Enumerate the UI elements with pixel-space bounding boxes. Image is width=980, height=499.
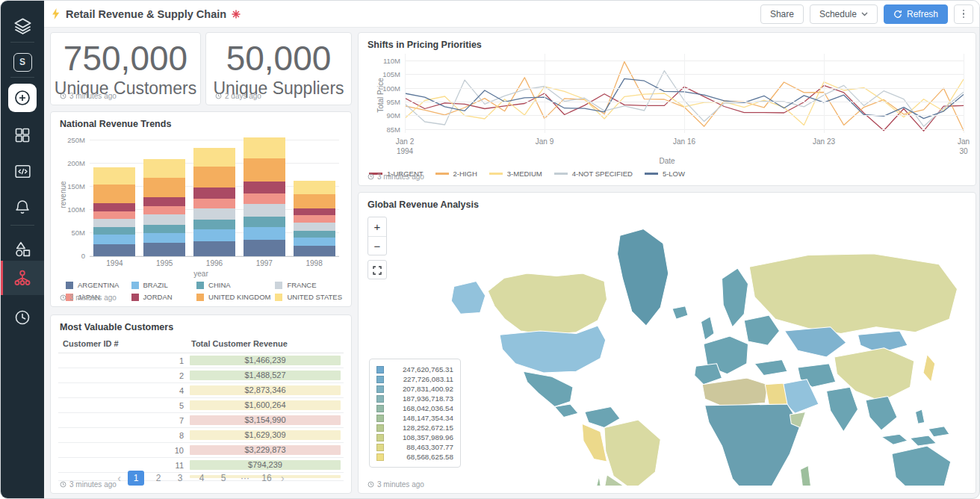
table-row: 10$3,229,873 xyxy=(58,443,344,458)
kpi-card-unique-customers: 750,000 Unique Customers 3 minutes ago xyxy=(50,32,201,105)
bolt-icon xyxy=(52,8,61,19)
more-dots-icon xyxy=(963,10,965,12)
vertical-gridline xyxy=(545,54,545,133)
sidebar-divider xyxy=(10,225,34,226)
cell-total-revenue: $2,873,346 xyxy=(187,383,344,398)
legend-item-france[interactable]: FRANCE xyxy=(275,281,342,289)
cell-customer-id: 5 xyxy=(58,398,187,413)
zoom-out-button[interactable]: − xyxy=(368,236,386,255)
legend-item-2-high[interactable]: 2-HIGH xyxy=(435,170,477,178)
table-row: 4$2,873,346 xyxy=(58,383,344,398)
legend-item-united-kingdom[interactable]: UNITED KINGDOM xyxy=(196,293,270,301)
legend-item-brazil[interactable]: BRAZIL xyxy=(131,281,193,289)
legend-swatch xyxy=(489,173,503,174)
pagination-prev[interactable]: ‹ xyxy=(117,472,121,484)
bar-segment-united-kingdom xyxy=(294,194,335,208)
line-chart-plot: 85M90M95M100M105M110M xyxy=(405,54,964,133)
page-button[interactable]: 1 xyxy=(128,471,144,486)
more-menu-button[interactable] xyxy=(954,4,973,24)
legend-swatch xyxy=(131,282,139,289)
legend-item-5-low[interactable]: 5-LOW xyxy=(645,170,685,178)
page-button[interactable]: 2 xyxy=(151,471,166,486)
cell-customer-id: 1 xyxy=(58,353,187,368)
legend-item-china[interactable]: CHINA xyxy=(196,281,270,289)
last-updated: 2 days ago xyxy=(215,92,261,100)
layers-icon xyxy=(13,16,33,37)
revenue-band: $3,154,990 xyxy=(190,415,341,425)
sidebar-item-layers[interactable] xyxy=(1,11,44,41)
sidebar-item-sql-editor[interactable] xyxy=(1,156,44,186)
legend-swatch xyxy=(196,282,204,289)
page-button[interactable]: 16 xyxy=(259,471,274,486)
vertical-gridline xyxy=(964,54,964,133)
y-tick-label: 100M xyxy=(58,205,85,214)
sidebar-item-create[interactable] xyxy=(1,81,44,114)
map-legend-row: 148,147,354.34 xyxy=(376,413,453,423)
x-tick-label: 1995 xyxy=(140,259,190,267)
bar-segment-argentina xyxy=(294,246,335,256)
sidebar-item-shapes[interactable] xyxy=(1,234,44,264)
last-updated: 3 minutes ago xyxy=(60,92,117,100)
legend-swatch xyxy=(196,294,204,301)
bar-segment-jordan xyxy=(244,182,285,193)
bar-segment-united-states xyxy=(93,167,135,185)
page-button[interactable]: ··· xyxy=(238,471,252,486)
schedule-button[interactable]: Schedule xyxy=(810,4,878,24)
x-tick-label: Jan 9 xyxy=(536,137,553,147)
hierarchy-icon xyxy=(13,268,32,288)
zoom-in-button[interactable]: + xyxy=(368,217,386,236)
bar-segment-france xyxy=(143,214,185,225)
legend-label: CHINA xyxy=(208,281,231,289)
map-legend-swatch xyxy=(376,376,384,383)
legend-swatch xyxy=(131,294,139,301)
y-tick-label: 105M xyxy=(373,70,400,78)
legend-item-argentina[interactable]: ARGENTINA xyxy=(66,281,127,289)
bar-segment-china xyxy=(244,217,285,227)
bar-stack[interactable] xyxy=(244,137,285,256)
column-header-total-revenue: Total Customer Revenue xyxy=(187,336,344,353)
share-button[interactable]: Share xyxy=(760,4,804,24)
bar-segment-united-states xyxy=(294,181,335,194)
bar-stack[interactable] xyxy=(143,159,185,256)
bar-group-1994 xyxy=(90,140,140,256)
map-legend-row: 68,568,625.58 xyxy=(376,452,453,462)
map-legend-row: 88,463,307.77 xyxy=(376,442,453,452)
bar-stack[interactable] xyxy=(193,148,235,256)
map-legend-swatch xyxy=(376,453,384,461)
refresh-button[interactable]: Refresh xyxy=(884,4,948,24)
bar-stack[interactable] xyxy=(93,167,135,256)
sidebar: S xyxy=(1,1,44,498)
y-tick-label: 90M xyxy=(373,111,400,120)
revenue-band: $2,873,346 xyxy=(190,385,341,395)
sidebar-item-dashboards[interactable] xyxy=(1,120,44,150)
bar-segment-brazil xyxy=(143,233,185,243)
bar-stack[interactable] xyxy=(294,181,335,256)
map-legend-row: 187,936,718.73 xyxy=(376,394,453,403)
sidebar-divider xyxy=(10,42,34,43)
legend-item-jordan[interactable]: JORDAN xyxy=(131,293,193,301)
pagination-next[interactable]: › xyxy=(281,472,285,484)
create-button xyxy=(8,84,37,112)
legend-item-4-not-specified[interactable]: 4-NOT SPECIFIED xyxy=(554,170,633,178)
map-legend-swatch xyxy=(376,415,384,422)
map-legend-swatch xyxy=(376,434,384,441)
bar-group-1998 xyxy=(289,140,339,256)
sidebar-item-s-app[interactable]: S xyxy=(1,47,44,77)
page-button[interactable]: 3 xyxy=(173,471,187,486)
map-fullscreen-button[interactable] xyxy=(368,260,387,279)
sidebar-item-lineage-active[interactable] xyxy=(1,261,44,295)
legend-item-united-states[interactable]: UNITED STATES xyxy=(275,293,342,301)
page-title: Retail Revenue & Supply Chain xyxy=(66,8,226,20)
chart-title: National Revenue Trends xyxy=(51,112,351,131)
sidebar-item-alerts[interactable] xyxy=(1,192,44,222)
legend-item-3-medium[interactable]: 3-MEDIUM xyxy=(489,170,542,178)
sidebar-item-history[interactable] xyxy=(1,303,44,332)
map-zoom-controls: + − xyxy=(368,217,387,255)
revenue-band: $794,239 xyxy=(190,460,341,470)
page-button[interactable]: 4 xyxy=(194,471,209,486)
column-header-customer-id: Customer ID # xyxy=(58,336,187,353)
last-updated: 3 minutes ago xyxy=(368,173,424,181)
clock-icon xyxy=(368,481,374,488)
page-button[interactable]: 5 xyxy=(216,471,231,486)
bar-segment-china xyxy=(193,220,235,229)
